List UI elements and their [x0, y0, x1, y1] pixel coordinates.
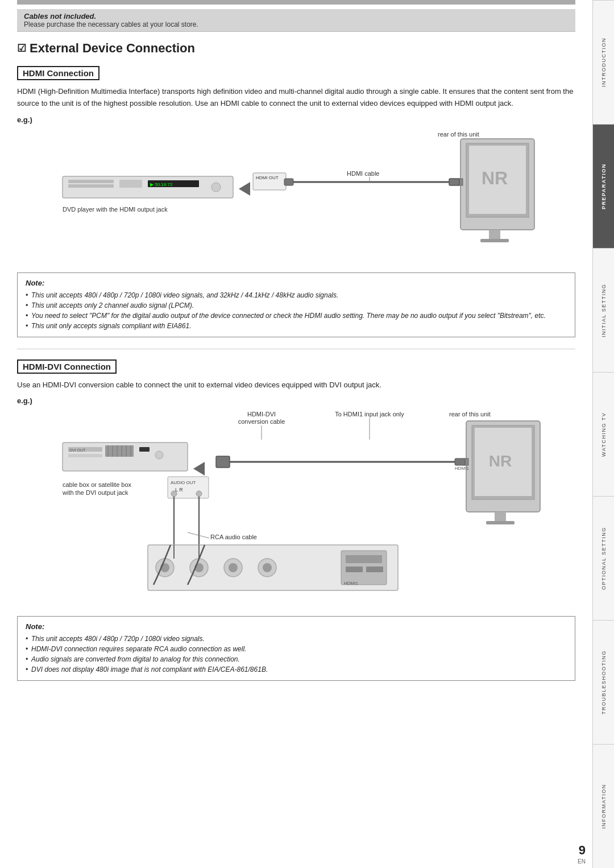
- main-content: Cables not included. Please purchase the…: [0, 0, 592, 709]
- svg-rect-36: [455, 458, 465, 465]
- svg-point-70: [263, 563, 272, 572]
- svg-rect-14: [68, 180, 114, 183]
- sidebar-tab-watching-tv[interactable]: WATCHING TV: [593, 372, 614, 496]
- svg-rect-16: [119, 180, 142, 188]
- hdmi-note-box: Note: This unit accepts 480i / 480p / 72…: [17, 272, 575, 337]
- svg-rect-11: [284, 179, 293, 185]
- svg-point-49: [155, 451, 163, 459]
- hdmi-dvi-section: HDMI-DVI Connection Use an HDMI-DVI conv…: [17, 359, 575, 604]
- hdmi-note-item-4: This unit only accepts signals compliant…: [26, 321, 567, 331]
- svg-rect-15: [68, 184, 114, 188]
- hdmi-dvi-section-heading: HDMI-DVI Connection: [17, 359, 117, 374]
- hdmi-dvi-note-item-3: Audio signals are converted from digital…: [26, 654, 567, 664]
- svg-text:RCA audio cable: RCA audio cable: [210, 534, 257, 540]
- sidebar-tab-information[interactable]: INFORMATION: [593, 744, 614, 868]
- svg-text:NR: NR: [482, 168, 508, 188]
- hdmi-dvi-note-item-1: This unit accepts 480i / 480p / 720p / 1…: [26, 634, 567, 644]
- rear-unit-label: rear of this unit: [438, 131, 479, 138]
- svg-text:AUDIO OUT: AUDIO OUT: [171, 480, 196, 485]
- sidebar-tab-optional-setting[interactable]: OPTIONAL SETTING: [593, 496, 614, 620]
- sidebar-tab-initial-setting[interactable]: INITIAL SETTING: [593, 248, 614, 372]
- hdmi-dvi-note-title: Note:: [26, 622, 567, 631]
- page-en-label: EN: [578, 858, 586, 865]
- svg-point-56: [171, 491, 177, 497]
- svg-marker-37: [193, 462, 205, 476]
- hdmi-cable-label: HDMI cable: [347, 170, 379, 177]
- svg-text:NR: NR: [489, 452, 512, 470]
- svg-text:conversion cable: conversion cable: [238, 418, 285, 425]
- svg-text:DVI OUT: DVI OUT: [69, 448, 86, 452]
- svg-text:cable box or satellite box: cable box or satellite box: [63, 481, 132, 488]
- svg-rect-74: [366, 567, 383, 572]
- hdmi-dvi-note-list: This unit accepts 480i / 480p / 720p / 1…: [26, 634, 567, 675]
- hdmi-eg-label: e.g.): [17, 115, 575, 124]
- svg-text:▶ 50:18:72: ▶ 50:18:72: [150, 182, 173, 187]
- section-checkbox-icon: ☑: [17, 42, 26, 55]
- svg-point-17: [211, 183, 221, 192]
- svg-rect-72: [346, 555, 382, 563]
- svg-marker-12: [239, 182, 250, 196]
- hdmi-note-list: This unit accepts 480i / 480p / 720p / 1…: [26, 290, 567, 331]
- hdmi-diagram: rear of this unit NR: [17, 127, 575, 260]
- cables-subtitle: Please purchase the necessary cables at …: [24, 20, 569, 28]
- hdmi-note-item-2: This unit accepts only 2 channel audio s…: [26, 300, 567, 311]
- top-bar: [17, 0, 575, 5]
- hdmi-dvi-note-item-2: HDMI-DVI connection requires separate RC…: [26, 644, 567, 654]
- cables-banner: Cables not included. Please purchase the…: [17, 9, 575, 32]
- hdmi-dvi-diagram: HDMI-DVI conversion cable To HDMI1 input…: [17, 408, 575, 604]
- svg-text:HDMI1: HDMI1: [344, 581, 358, 586]
- svg-rect-73: [346, 567, 363, 572]
- dvd-player-label: DVD player with the HDMI output jack: [63, 206, 168, 213]
- svg-text:To HDMI1 input jack only: To HDMI1 input jack only: [335, 411, 404, 418]
- cables-title: Cables not included.: [24, 12, 569, 20]
- svg-text:with the DVI output jack: with the DVI output jack: [62, 489, 128, 496]
- sidebar-tab-troubleshooting[interactable]: TROUBLESHOOTING: [593, 620, 614, 744]
- page-title-section: ☑ External Device Connection: [17, 41, 575, 56]
- svg-rect-42: [105, 445, 134, 457]
- svg-text:rear of this unit: rear of this unit: [449, 411, 491, 418]
- page-title: External Device Connection: [30, 41, 195, 56]
- hdmi-dvi-note-item-4: DVI does not display 480i image that is …: [26, 664, 567, 675]
- sidebar-tab-introduction[interactable]: INTRODUCTION: [593, 0, 614, 124]
- svg-rect-5: [480, 239, 509, 242]
- svg-rect-50: [139, 447, 150, 452]
- svg-rect-41: [68, 454, 102, 457]
- hdmi-note-title: Note:: [26, 279, 567, 287]
- hdmi-dvi-note-box: Note: This unit accepts 480i / 480p / 72…: [17, 616, 575, 681]
- sidebar: INTRODUCTION PREPARATION INITIAL SETTING…: [592, 0, 614, 868]
- hdmi-note-item-3: You need to select "PCM" for the digital…: [26, 311, 567, 321]
- hdmi-note-item-1: This unit accepts 480i / 480p / 720p / 1…: [26, 290, 567, 300]
- tv-unit: NR: [458, 139, 534, 242]
- page-number: 9: [579, 843, 586, 858]
- svg-text:HDMI1: HDMI1: [455, 466, 469, 471]
- hdmi-dvi-eg-label: e.g.): [17, 396, 575, 405]
- svg-point-68: [229, 563, 238, 572]
- hdmi-diagram-svg: rear of this unit NR: [17, 127, 569, 258]
- svg-text:HDMI OUT: HDMI OUT: [256, 175, 279, 180]
- svg-rect-4: [489, 230, 500, 239]
- section-divider: [17, 349, 575, 349]
- svg-rect-30: [495, 512, 506, 521]
- svg-point-57: [196, 491, 202, 497]
- hdmi-description: HDMI (High-Definition Multimedia Interfa…: [17, 86, 575, 110]
- svg-text:HDMI-DVI: HDMI-DVI: [247, 411, 276, 418]
- hdmi-section: HDMI Connection HDMI (High-Definition Mu…: [17, 66, 575, 260]
- tv-unit-dvi: NR HDMI1: [455, 421, 540, 524]
- hdmi-dvi-diagram-svg: HDMI-DVI conversion cable To HDMI1 input…: [17, 408, 569, 602]
- svg-rect-35: [216, 456, 230, 468]
- sidebar-tab-preparation[interactable]: PREPARATION: [593, 124, 614, 248]
- hdmi-section-heading: HDMI Connection: [17, 66, 99, 80]
- hdmi-dvi-description: Use an HDMI-DVI conversion cable to conn…: [17, 379, 575, 391]
- svg-rect-31: [486, 521, 515, 524]
- svg-rect-8: [449, 179, 459, 185]
